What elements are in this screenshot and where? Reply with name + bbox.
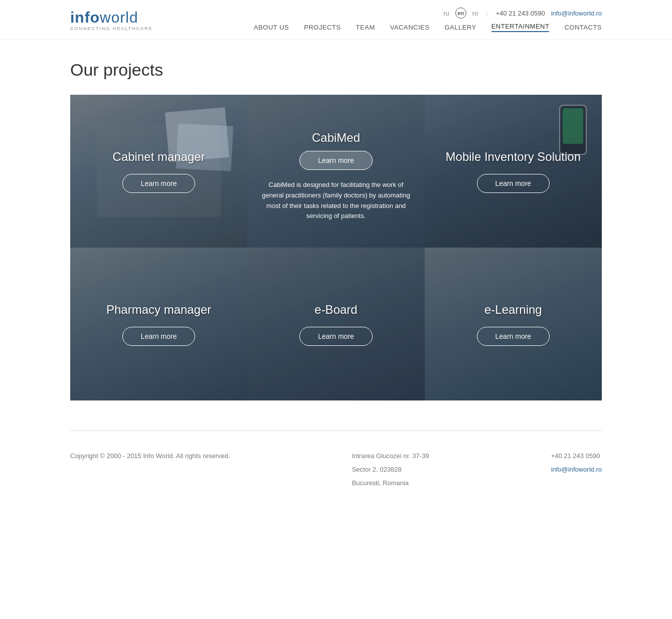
project-card-cabimed[interactable]: CabiMed Learn more CabiMed is designed f…: [247, 95, 424, 248]
footer-email[interactable]: info@infoworld.ro: [551, 465, 602, 475]
project-card-cabinet-manager[interactable]: Cabinet manager Learn more: [70, 95, 247, 248]
footer-copyright-col: Copyright © 2000 - 2015 Info World. All …: [70, 451, 230, 462]
project-card-mobile-inventory[interactable]: Mobile Inventory Solution Learn more: [425, 95, 602, 248]
footer: Copyright © 2000 - 2015 Info World. All …: [0, 431, 672, 508]
nav-gallery[interactable]: GALLERY: [444, 24, 476, 31]
page-title: Our projects: [70, 60, 602, 80]
card-content-mobile: Mobile Inventory Solution Learn more: [436, 140, 591, 203]
footer-contact-col: +40 21 243 0590 info@infoworld.ro: [551, 451, 602, 475]
card-content-cabimed: CabiMed Learn more: [289, 121, 383, 180]
footer-address-line2: Sector 2, 023828: [352, 465, 429, 475]
project-title-cabinet: Cabinet manager: [113, 150, 205, 164]
card-content-pharmacy: Pharmacy manager Learn more: [96, 293, 221, 356]
lang-ro[interactable]: ro: [472, 10, 478, 17]
nav-about-us[interactable]: ABOUT US: [254, 24, 289, 31]
project-card-pharmacy-manager[interactable]: Pharmacy manager Learn more: [70, 248, 247, 400]
footer-phone: +40 21 243 0590: [551, 451, 602, 462]
project-title-elearning: e-Learning: [484, 303, 542, 317]
card-content-eboard: e-Board Learn more: [289, 293, 383, 356]
logo[interactable]: infoworld CONNECTING HEALTHCARE: [70, 9, 153, 31]
nav-contacts[interactable]: CONTACTS: [564, 24, 602, 31]
nav-vacancies[interactable]: VACANCIES: [390, 24, 430, 31]
logo-text: infoworld: [70, 9, 153, 26]
nav-entertainment[interactable]: ENTERTAINMENT: [491, 23, 550, 32]
header-phone: +40 21 243 0590: [496, 10, 545, 17]
footer-address-col: Intrarea Glucozei nr. 37-39 Sector 2, 02…: [352, 451, 429, 488]
learn-more-elearning[interactable]: Learn more: [477, 327, 550, 346]
card-content-cabinet: Cabinet manager Learn more: [103, 140, 215, 203]
project-title-cabimed: CabiMed: [312, 131, 360, 145]
logo-tagline: CONNECTING HEALTHCARE: [70, 26, 153, 31]
project-title-pharmacy: Pharmacy manager: [106, 303, 211, 317]
header-right: ru en ro | +40 21 243 0590 info@infoworl…: [254, 8, 602, 32]
card-content-elearning: e-Learning Learn more: [467, 293, 560, 356]
footer-copyright: Copyright © 2000 - 2015 Info World. All …: [70, 451, 230, 462]
lang-en[interactable]: en: [455, 8, 466, 19]
learn-more-cabinet[interactable]: Learn more: [122, 174, 196, 193]
footer-address-line3: Bucuresti, Romania: [352, 478, 429, 489]
header: infoworld CONNECTING HEALTHCARE ru en ro…: [0, 0, 672, 40]
lang-contact-bar: ru en ro | +40 21 243 0590 info@infoworl…: [443, 8, 602, 19]
main-nav: ABOUT US PROJECTS TEAM VACANCIES GALLERY…: [254, 23, 602, 32]
project-card-elearning[interactable]: e-Learning Learn more: [425, 248, 602, 400]
lang-ru[interactable]: ru: [443, 10, 449, 17]
projects-grid: Cabinet manager Learn more CabiMed Learn…: [70, 95, 602, 400]
nav-projects[interactable]: PROJECTS: [304, 24, 341, 31]
nav-team[interactable]: TEAM: [356, 24, 375, 31]
project-title-mobile: Mobile Inventory Solution: [446, 150, 581, 164]
learn-more-pharmacy[interactable]: Learn more: [122, 327, 196, 346]
header-email[interactable]: info@infoworld.ro: [551, 10, 602, 17]
project-card-eboard[interactable]: e-Board Learn more: [247, 248, 424, 400]
project-title-eboard: e-Board: [314, 303, 357, 317]
learn-more-eboard[interactable]: Learn more: [299, 327, 373, 346]
learn-more-mobile[interactable]: Learn more: [477, 174, 550, 193]
footer-address-line1: Intrarea Glucozei nr. 37-39: [352, 451, 429, 462]
main-content: Our projects Cabinet manager Learn more …: [0, 40, 672, 431]
learn-more-cabimed[interactable]: Learn more: [299, 151, 373, 170]
cabimed-description: CabiMed is designed for facilitating the…: [247, 180, 424, 222]
